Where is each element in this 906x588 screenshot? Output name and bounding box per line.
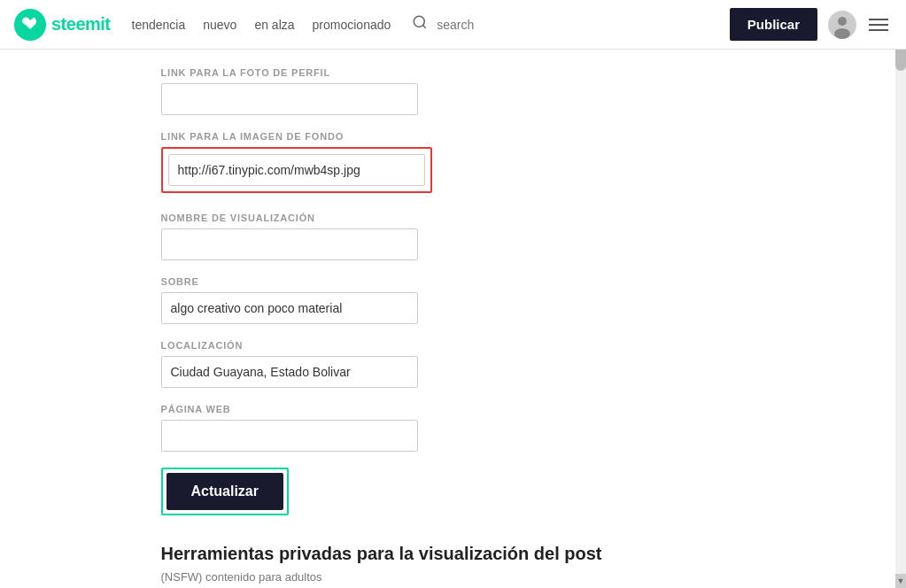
website-input[interactable] [161,420,418,452]
search-icon [412,14,428,30]
background-image-label: LINK PARA LA IMAGEN DE FONDO [161,131,746,142]
background-image-input[interactable] [168,154,425,186]
private-tools-section: Herramientas privadas para la visualizac… [161,542,746,584]
nav-promocionado[interactable]: promocionado [313,18,391,32]
update-button[interactable]: Actualizar [166,473,283,510]
display-name-label: NOMBRE DE VISUALIZACIÓN [161,213,746,223]
nav-tendencia[interactable]: tendencia [132,18,186,32]
private-tools-subtext: (NSFW) contenido para adultos [161,570,746,584]
search-area [408,11,507,38]
menu-line-2 [869,24,888,26]
svg-point-1 [414,16,425,27]
scrollbar-arrow-down[interactable]: ▼ [895,574,906,588]
scrollbar-track: ▲ ▼ [895,0,906,588]
logo-text: steemit [51,14,111,35]
nav-en-alza[interactable]: en alza [254,18,294,32]
display-name-input[interactable] [161,228,418,260]
profile-photo-group: LINK PARA LA FOTO DE PERFIL [161,67,746,115]
navbar: steemit tendencia nuevo en alza promocio… [0,0,906,50]
svg-point-5 [834,28,850,39]
location-label: LOCALIZACIÓN [161,340,746,351]
about-input[interactable] [161,292,418,324]
svg-point-4 [838,17,847,26]
profile-photo-input[interactable] [161,83,418,115]
search-icon-button[interactable] [408,11,431,38]
hamburger-menu-button[interactable] [865,15,892,35]
publish-button[interactable]: Publicar [730,8,817,41]
search-input[interactable] [437,18,507,32]
location-group: LOCALIZACIÓN [161,340,746,388]
user-avatar-button[interactable] [828,11,856,39]
menu-line-3 [869,29,888,31]
menu-line-1 [869,19,888,20]
profile-photo-label: LINK PARA LA FOTO DE PERFIL [161,67,746,78]
background-image-group: LINK PARA LA IMAGEN DE FONDO [161,131,746,197]
nav-links: tendencia nuevo en alza promocionado [132,18,391,32]
user-avatar-icon [828,11,856,39]
steemit-logo-icon [14,9,46,41]
website-group: PÁGINA WEB [161,404,746,452]
background-image-highlight [161,147,432,193]
nav-nuevo[interactable]: nuevo [203,18,236,32]
update-button-wrapper: Actualizar [161,468,289,515]
website-label: PÁGINA WEB [161,404,746,414]
about-label: SOBRE [161,276,746,287]
display-name-group: NOMBRE DE VISUALIZACIÓN [161,213,746,260]
about-group: SOBRE [161,276,746,324]
logo-link[interactable]: steemit [14,9,111,41]
location-input[interactable] [161,356,418,388]
main-content: LINK PARA LA FOTO DE PERFIL LINK PARA LA… [143,50,763,588]
private-tools-heading: Herramientas privadas para la visualizac… [161,542,746,565]
svg-line-2 [423,25,426,27]
